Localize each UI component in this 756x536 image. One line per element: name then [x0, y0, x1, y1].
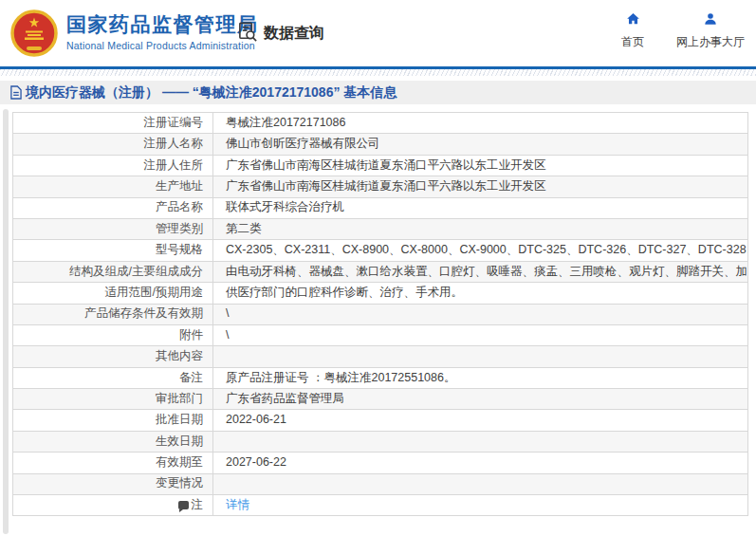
row-value — [213, 346, 748, 367]
table-row: 生效日期 — [13, 431, 748, 452]
page: 国家药品监督管理局 National Medical Products Admi… — [0, 0, 756, 536]
row-label: 产品储存条件及有效期 — [13, 304, 213, 324]
site-title-en: National Medical Products Administration — [66, 40, 259, 51]
nav-item-label: 网上办事大厅 — [676, 34, 745, 50]
row-value: 粤械注准20172171086 — [213, 113, 748, 134]
table-row: 变更情况 — [13, 473, 748, 494]
row-value: CX-2305、CX-2311、CX-8900、CX-8000、CX-9000、… — [213, 240, 748, 261]
row-value: 广东省佛山市南海区桂城街道夏东涌口平六路以东工业开发区 — [213, 155, 748, 176]
row-value: 2027-06-22 — [213, 453, 748, 473]
table-row: 适用范围/预期用途供医疗部门的口腔科作诊断、治疗、手术用。 — [13, 283, 748, 304]
breadcrumb: 境内医疗器械（注册） —— “粤械注准20172171086” 基本信息 — [0, 81, 756, 104]
row-label: 变更情况 — [13, 473, 213, 494]
table-row: 审批部门广东省药品监督管理局 — [13, 389, 748, 410]
hatch-decoration-band — [0, 69, 756, 76]
nav-item-label: 首页 — [621, 34, 644, 50]
row-label: 有效期至 — [13, 453, 213, 473]
nav-item-home[interactable]: 首页 — [621, 11, 644, 50]
detail-link[interactable]: 详情 — [226, 498, 249, 511]
table-row: 管理类别第二类 — [13, 218, 748, 239]
row-label: 备注 — [13, 367, 213, 388]
row-label: 注册证编号 — [13, 113, 213, 134]
top-nav: 首页 网上办事大厅 — [621, 11, 745, 50]
breadcrumb-text: 境内医疗器械（注册） —— “粤械注准20172171086” 基本信息 — [26, 84, 396, 102]
row-label: 适用范围/预期用途 — [13, 283, 213, 304]
row-label: 生产地址 — [13, 176, 213, 197]
doc-search-icon — [237, 21, 259, 46]
section-title: 数据查询 — [237, 21, 324, 46]
home-icon — [625, 11, 641, 30]
person-icon — [703, 11, 718, 30]
row-value: 广东省佛山市南海区桂城街道夏东涌口平六路以东工业开发区 — [213, 176, 748, 197]
vertical-scrollbar[interactable] — [3, 109, 9, 534]
table-row: 产品名称联体式牙科综合治疗机 — [13, 197, 748, 218]
table-row: 产品储存条件及有效期\ — [13, 304, 748, 324]
file-icon — [9, 85, 22, 100]
row-value: 供医疗部门的口腔科作诊断、治疗、手术用。 — [213, 283, 748, 304]
row-label: 审批部门 — [13, 389, 213, 410]
row-value: 广东省药品监督管理局 — [213, 389, 748, 410]
row-label: 注册人名称 — [13, 134, 213, 155]
info-table-body: 注册证编号粤械注准20172171086注册人名称佛山市创昕医疗器械有限公司注册… — [13, 113, 748, 516]
row-value: 第二类 — [213, 218, 748, 239]
registration-info-table: 注册证编号粤械注准20172171086注册人名称佛山市创昕医疗器械有限公司注册… — [12, 112, 748, 516]
row-label: 注 — [13, 495, 213, 516]
row-value: 联体式牙科综合治疗机 — [213, 197, 748, 218]
table-row: 生产地址广东省佛山市南海区桂城街道夏东涌口平六路以东工业开发区 — [13, 176, 748, 197]
row-label: 型号规格 — [13, 240, 213, 261]
row-value: \ — [213, 304, 748, 324]
table-row: 批准日期2022-06-21 — [13, 410, 748, 431]
site-header: 国家药品监督管理局 National Medical Products Admi… — [0, 0, 756, 66]
table-row: 结构及组成/主要组成成分由电动牙科椅、器械盘、漱口给水装置、口腔灯、吸唾器、痰盂… — [13, 261, 748, 282]
row-label: 附件 — [13, 324, 213, 345]
national-emblem-icon — [9, 9, 59, 58]
row-value: 由电动牙科椅、器械盘、漱口给水装置、口腔灯、吸唾器、痰盂、三用喷枪、观片灯、脚踏… — [213, 261, 748, 282]
row-label: 注册人住所 — [13, 155, 213, 176]
table-row: 有效期至2027-06-22 — [13, 453, 748, 473]
row-value: 佛山市创昕医疗器械有限公司 — [213, 134, 748, 155]
row-value: 原产品注册证号 ：粤械注准20172551086。 — [213, 367, 748, 388]
row-value — [213, 473, 748, 494]
table-row: 型号规格CX-2305、CX-2311、CX-8900、CX-8000、CX-9… — [13, 240, 748, 261]
row-label: 生效日期 — [13, 431, 213, 452]
table-row: 注册证编号粤械注准20172171086 — [13, 113, 748, 134]
table-row: 其他内容 — [13, 346, 748, 367]
row-value: 2022-06-21 — [213, 410, 748, 431]
row-value: 详情 — [213, 495, 748, 516]
row-label: 批准日期 — [13, 410, 213, 431]
row-label: 管理类别 — [13, 218, 213, 239]
table-row: 注详情 — [13, 495, 748, 516]
row-label: 结构及组成/主要组成成分 — [13, 261, 213, 282]
nav-item-service-hall[interactable]: 网上办事大厅 — [676, 11, 745, 50]
note-bubble-icon — [178, 501, 189, 509]
site-title-cn: 国家药品监督管理局 — [66, 12, 259, 37]
table-row: 注册人住所广东省佛山市南海区桂城街道夏东涌口平六路以东工业开发区 — [13, 155, 748, 176]
site-title: 国家药品监督管理局 National Medical Products Admi… — [66, 12, 259, 51]
row-label: 其他内容 — [13, 346, 213, 367]
row-label: 产品名称 — [13, 197, 213, 218]
row-value — [213, 431, 748, 452]
table-row: 注册人名称佛山市创昕医疗器械有限公司 — [13, 134, 748, 155]
table-row: 备注原产品注册证号 ：粤械注准20172551086。 — [13, 367, 748, 388]
row-value: \ — [213, 324, 748, 345]
table-row: 附件\ — [13, 324, 748, 345]
section-title-label: 数据查询 — [264, 24, 324, 44]
